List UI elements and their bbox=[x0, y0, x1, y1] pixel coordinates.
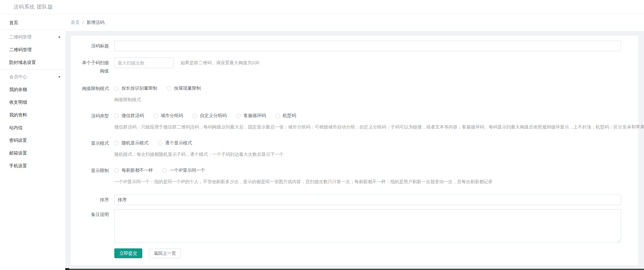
scan-threshold-input[interactable] bbox=[114, 58, 173, 68]
radio-option-客服循环码[interactable]: 客服循环码 bbox=[236, 113, 266, 119]
sidebar-item-label: 邮箱设置 bbox=[9, 147, 27, 159]
sidebar-item-anti-block-domain-settings[interactable]: 防封域名设置 bbox=[0, 56, 65, 69]
radio-icon bbox=[236, 114, 241, 118]
radio-option-label: 按展现量限制 bbox=[174, 86, 201, 91]
field-help-text: 阀值限制模式 bbox=[114, 97, 621, 103]
radio-option-城市分组码[interactable]: 城市分组码 bbox=[153, 113, 183, 119]
top-bar: 活码系统 团队版 bbox=[0, 0, 644, 14]
breadcrumb: 首页 / 新增活码 bbox=[65, 14, 644, 31]
sidebar-item-label: 我的资料 bbox=[9, 108, 27, 121]
radio-option-逐个显示模式[interactable]: 逐个显示模式 bbox=[158, 140, 192, 146]
radio-option-按长按识别量限制[interactable]: 按长按识别量限制 bbox=[114, 86, 157, 91]
field-control: 如果是群二维码，请设置最大阀值为100 bbox=[114, 58, 621, 68]
radio-option-label: 一个IP显示同一个 bbox=[170, 168, 205, 173]
sidebar-item-label: 二维码管理 bbox=[9, 31, 32, 43]
radio-option-label: 每刷新都不一样 bbox=[122, 168, 153, 173]
sidebar-item-password-settings[interactable]: 密码设置 bbox=[0, 134, 65, 147]
sidebar-item-income-expense-details[interactable]: 收支明细 bbox=[0, 96, 65, 108]
radio-option-微信群活码[interactable]: 微信群活码 bbox=[114, 113, 144, 119]
field-display-mode: 显示模式随机显示模式逐个显示模式随机模式：每次扫描都随机显示子码，逐个模式：一个… bbox=[78, 140, 631, 157]
radio-option-自定义分组码[interactable]: 自定义分组码 bbox=[193, 113, 227, 119]
radio-option-label: 客服循环码 bbox=[244, 113, 266, 119]
field-label: 排序 bbox=[78, 195, 109, 205]
radio-icon bbox=[193, 114, 197, 118]
sidebar-item-label: 手机设置 bbox=[9, 159, 27, 172]
form-card: 活码标题单个子码扫描阀值如果是群二维码，请设置最大阀值为100阀值限制模式按长按… bbox=[71, 36, 638, 265]
field-scan-threshold: 单个子码扫描阀值如果是群二维码，请设置最大阀值为100 bbox=[78, 58, 631, 75]
field-control bbox=[114, 41, 621, 51]
field-threshold-limit-mode: 阀值限制模式按长按识别量限制按展现量限制阀值限制模式 bbox=[78, 85, 631, 103]
sidebar-item-label: 我的余额 bbox=[9, 83, 27, 96]
field-label: 单个子码扫描阀值 bbox=[78, 58, 109, 75]
field-live-code-title: 活码标题 bbox=[78, 41, 631, 51]
radio-option-label: 城市分组码 bbox=[161, 113, 183, 119]
radio-icon bbox=[162, 168, 167, 173]
field-sort: 排序 bbox=[78, 195, 631, 205]
sidebar-item-label: 收支明细 bbox=[9, 96, 27, 108]
radio-option-机型码[interactable]: 机型码 bbox=[275, 113, 296, 119]
radio-icon bbox=[114, 114, 119, 118]
breadcrumb-home-link[interactable]: 首页 bbox=[71, 20, 80, 25]
radio-icon bbox=[167, 86, 171, 91]
resize-handle[interactable] bbox=[617, 239, 620, 242]
app-logo: 活码系统 团队版 bbox=[13, 4, 53, 10]
content-area: 活码标题单个子码扫描阀值如果是群二维码，请设置最大阀值为100阀值限制模式按长按… bbox=[65, 31, 644, 270]
sidebar-item-qrcode-management[interactable]: 二维码管理 bbox=[0, 43, 65, 56]
radio-option-label: 按长按识别量限制 bbox=[122, 86, 157, 91]
field-help-text: 随机模式：每次扫描都随机显示子码，逐个模式：一个子码到达最大次数后显示下一个 bbox=[114, 152, 621, 157]
field-control bbox=[114, 195, 621, 205]
field-control: 每刷新都不一样一个IP显示同一个一个IP显示同一个：指的是同一个IP的个人，不管… bbox=[114, 167, 621, 185]
field-label: 显示限制 bbox=[78, 167, 109, 174]
field-remark: 备注说明 bbox=[78, 209, 631, 243]
sort-input[interactable] bbox=[114, 195, 621, 205]
sidebar-item-email-settings[interactable]: 邮箱设置 bbox=[0, 147, 65, 159]
sidebar-item-label: 会员中心 bbox=[9, 70, 27, 83]
sidebar-item-phone-settings[interactable]: 手机设置 bbox=[0, 159, 65, 172]
live-code-title-input[interactable] bbox=[114, 41, 621, 51]
field-help-text: 微信群活码：只能应用于微信群二维码活码，每码阀值达到最大后，固定显示最后一张；城… bbox=[114, 124, 621, 130]
radio-option-每刷新都不一样[interactable]: 每刷新都不一样 bbox=[114, 168, 153, 173]
remark-textarea[interactable] bbox=[114, 209, 621, 243]
field-label: 阀值限制模式 bbox=[78, 85, 109, 92]
field-help-text: 一个IP显示同一个：指的是同一个IP的个人，不管他刷新多少次，显示的都是同一张图… bbox=[114, 179, 621, 185]
field-control: 随机显示模式逐个显示模式随机模式：每次扫描都随机显示子码，逐个模式：一个子码到达… bbox=[114, 140, 621, 157]
sidebar-item-label: 站内信 bbox=[9, 121, 23, 134]
sidebar-item-member-center-group[interactable]: 会员中心▲ bbox=[0, 70, 65, 83]
submit-button[interactable]: 立即提交 bbox=[114, 248, 142, 258]
field-label: 显示模式 bbox=[78, 140, 109, 146]
sidebar-item-label: 密码设置 bbox=[9, 134, 27, 147]
sidebar-divider bbox=[0, 69, 65, 70]
radio-option-label: 自定义分组码 bbox=[200, 113, 227, 119]
sidebar-item-my-profile[interactable]: 我的资料 bbox=[0, 108, 65, 121]
form-actions: 立即提交 返回上一页 bbox=[114, 248, 631, 258]
field-help-text: 如果是群二维码，请设置最大阀值为100 bbox=[180, 60, 259, 66]
radio-icon bbox=[153, 114, 158, 118]
back-button[interactable]: 返回上一页 bbox=[149, 248, 181, 258]
sidebar-item-home[interactable]: 首页 bbox=[0, 16, 65, 29]
sidebar-divider bbox=[0, 30, 65, 30]
field-control: 按长按识别量限制按展现量限制阀值限制模式 bbox=[114, 85, 621, 103]
field-label: 备注说明 bbox=[78, 209, 109, 219]
sidebar-item-my-balance[interactable]: 我的余额 bbox=[0, 83, 65, 96]
sidebar: 首页二维码管理▲二维码管理防封域名设置会员中心▲我的余额收支明细我的资料站内信密… bbox=[0, 14, 65, 270]
radio-option-label: 逐个显示模式 bbox=[165, 140, 192, 146]
radio-option-一个IP显示同一个[interactable]: 一个IP显示同一个 bbox=[162, 168, 205, 173]
radio-option-按展现量限制[interactable]: 按展现量限制 bbox=[167, 86, 201, 91]
chevron-up-icon: ▲ bbox=[58, 32, 61, 42]
field-live-code-type: 活码类型微信群活码城市分组码自定义分组码客服循环码机型码微信群活码：只能应用于微… bbox=[78, 113, 631, 130]
sidebar-item-site-message[interactable]: 站内信 bbox=[0, 121, 65, 134]
radio-icon bbox=[158, 141, 162, 145]
scrollbar-corner bbox=[65, 268, 69, 270]
field-control: 微信群活码城市分组码自定义分组码客服循环码机型码微信群活码：只能应用于微信群二维… bbox=[114, 113, 621, 130]
radio-option-label: 微信群活码 bbox=[122, 113, 144, 119]
sidebar-item-label: 二维码管理 bbox=[9, 43, 32, 56]
field-control bbox=[114, 209, 621, 243]
breadcrumb-current-page: 新增活码 bbox=[87, 20, 104, 25]
chevron-up-icon: ▲ bbox=[58, 72, 61, 82]
radio-icon bbox=[114, 141, 119, 145]
radio-option-随机显示模式[interactable]: 随机显示模式 bbox=[114, 140, 148, 146]
breadcrumb-separator: / bbox=[82, 20, 84, 25]
main-area: 首页 / 新增活码 活码标题单个子码扫描阀值如果是群二维码，请设置最大阀值为10… bbox=[65, 14, 644, 270]
sidebar-item-label: 首页 bbox=[9, 16, 18, 29]
sidebar-item-qrcode-management-group[interactable]: 二维码管理▲ bbox=[0, 31, 65, 43]
